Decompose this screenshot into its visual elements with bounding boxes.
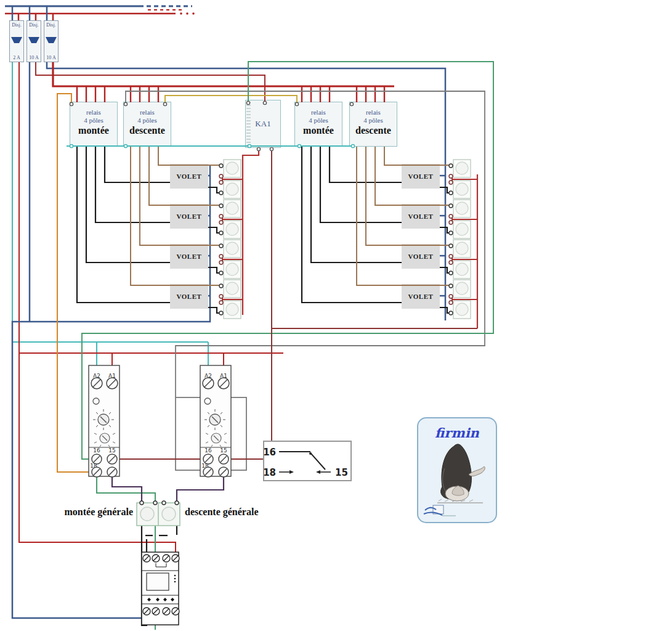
relay-text: 4 pôles — [124, 116, 171, 124]
relay-down-left: relais 4 pôles descente — [123, 102, 171, 147]
circuit-breaker-2: Disj. 10 A — [26, 20, 41, 62]
relay-up-right: relais 4 pôles montée — [294, 102, 342, 147]
sketch-logo — [424, 505, 456, 516]
wire-purple — [112, 477, 224, 503]
label-montee-generale: montée générale — [58, 507, 133, 518]
wire-black-bottom — [142, 526, 177, 625]
circuit-breaker-1: Disj. 2 A — [9, 20, 24, 62]
wire-orange — [57, 94, 92, 472]
volet-box: VOLET — [402, 244, 440, 269]
wire-red-button-bus-left — [223, 150, 259, 315]
wiring-diagram: Disj. 2 A Disj. 10 A Disj. 10 A relais 4… — [0, 0, 672, 631]
ka1-label: KA1 — [255, 119, 270, 129]
relay-function: montée — [70, 125, 117, 136]
wire-gray — [126, 91, 485, 470]
volet-box: VOLET — [402, 284, 440, 309]
signature-name: firmin — [435, 425, 480, 441]
relay-up-left: relais 4 pôles montée — [70, 102, 118, 147]
relay-text: relais — [70, 108, 117, 116]
supply-bus — [5, 6, 195, 20]
circuit-breaker-3: Disj. 10 A — [44, 20, 59, 62]
breaker-rating: 10 A — [44, 55, 58, 60]
general-buttons — [137, 501, 180, 526]
wire-red-button-bus-right — [453, 174, 477, 328]
legend-15: 15 — [335, 467, 348, 478]
legend-box: 16 18 15 — [263, 441, 351, 481]
signature-card: firmin — [418, 418, 496, 523]
volet-box: VOLET — [170, 204, 208, 229]
relay-text: relais — [350, 108, 397, 116]
relay-function: descente — [350, 125, 397, 136]
volet-box: VOLET — [170, 244, 208, 269]
relay-function: montée — [295, 125, 342, 136]
legend-16: 16 — [263, 447, 276, 458]
wire-black-up-right — [302, 147, 402, 303]
wire-layer: A2 A1 — [0, 0, 672, 631]
relay-text: relais — [295, 108, 342, 116]
relay-function: descente — [124, 125, 171, 136]
relay-text: 4 pôles — [295, 116, 342, 124]
wire-red-phase-bus — [53, 62, 394, 102]
label-descente-generale: descente générale — [185, 507, 259, 518]
breaker-label: Disj. — [27, 22, 41, 28]
wire-black-up-left — [77, 147, 170, 303]
sketch-figure — [437, 444, 485, 503]
volet-box: VOLET — [170, 284, 208, 309]
relay-text: relais — [124, 108, 171, 116]
relay-ka1: KA1 — [245, 100, 281, 148]
legend-18: 18 — [263, 467, 276, 478]
breaker-rating: 2 A — [10, 55, 23, 60]
relay-text: 4 pôles — [70, 116, 117, 124]
wire-green — [82, 62, 493, 630]
wire-red-ka1 — [36, 62, 265, 102]
volet-box: VOLET — [402, 164, 440, 189]
breaker-label: Disj. — [10, 22, 23, 28]
volet-box: VOLET — [170, 164, 208, 189]
relay-text: 4 pôles — [350, 116, 397, 124]
volet-box: VOLET — [402, 204, 440, 229]
breaker-rating: 10 A — [27, 55, 41, 60]
breaker-label: Disj. — [44, 22, 58, 28]
relay-down-right: relais 4 pôles descente — [349, 102, 397, 147]
